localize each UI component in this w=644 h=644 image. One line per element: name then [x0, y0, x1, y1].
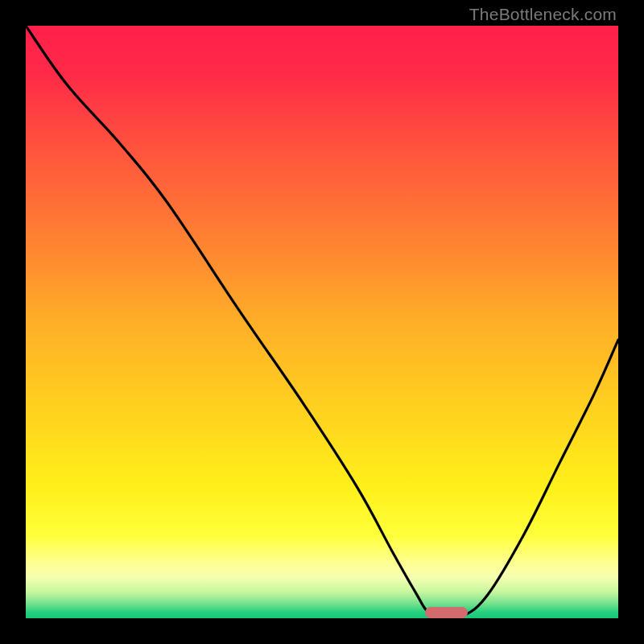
chart-frame: TheBottleneck.com — [0, 0, 644, 644]
watermark-text: TheBottleneck.com — [469, 5, 617, 24]
bottleneck-curve — [26, 26, 618, 618]
plot-area — [26, 26, 618, 618]
optimal-marker — [425, 607, 467, 618]
